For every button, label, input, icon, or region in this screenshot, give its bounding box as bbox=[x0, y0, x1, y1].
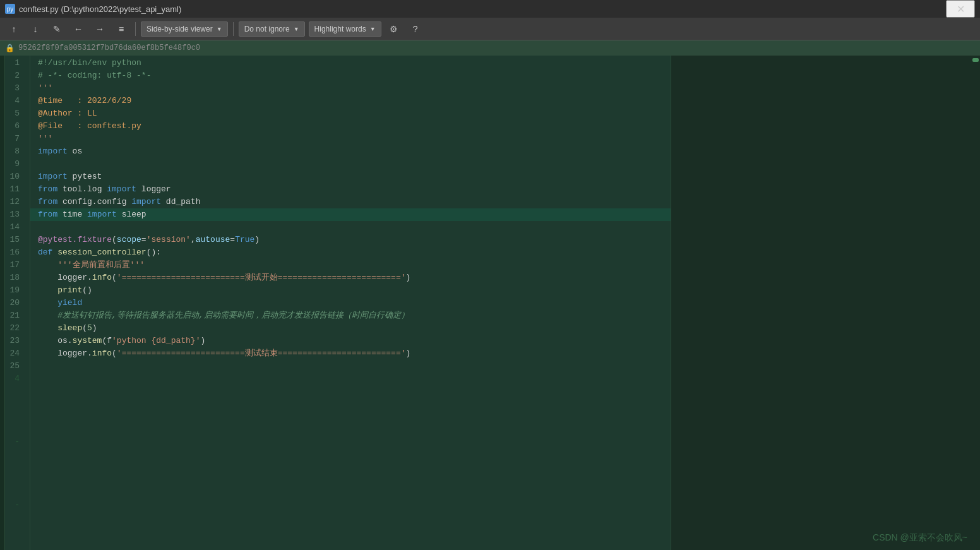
line-number-empty bbox=[5, 423, 25, 436]
code-line: #发送钉钉报告,等待报告服务器先启动,启动需要时间，启动完才发送报告链接（时间自… bbox=[30, 309, 671, 322]
edit-button[interactable]: ✎ bbox=[48, 20, 66, 38]
code-line: os.system(f'python {dd_path}') bbox=[30, 335, 671, 347]
line-number: 23 bbox=[5, 335, 25, 347]
highlight-dropdown[interactable]: Highlight words ▼ bbox=[309, 21, 381, 37]
line-number: 19 bbox=[5, 284, 25, 297]
code-scroll[interactable]: #!/usr/bin/env python# -*- coding: utf-8… bbox=[30, 57, 671, 549]
line-number: 5 bbox=[5, 107, 25, 120]
line-number-empty bbox=[5, 524, 25, 537]
settings-button[interactable]: ⚙ bbox=[385, 20, 403, 38]
line-number-empty bbox=[5, 385, 25, 398]
line-number: 11 bbox=[5, 183, 25, 196]
lock-icon: 🔒 bbox=[5, 44, 15, 53]
line-number-empty bbox=[5, 537, 25, 549]
line-number-empty: - bbox=[5, 436, 25, 448]
code-line-empty bbox=[30, 398, 671, 410]
title-bar: py conftest.py (D:\python2022\pytest_api… bbox=[0, 0, 980, 18]
ignore-dropdown[interactable]: Do not ignore ▼ bbox=[239, 21, 305, 37]
line-number-empty bbox=[5, 474, 25, 486]
toolbar: ↑ ↓ ✎ ← → ≡ Side-by-side viewer ▼ Do not… bbox=[0, 18, 980, 40]
line-number: 3 bbox=[5, 82, 25, 95]
line-number: 4 bbox=[5, 95, 25, 107]
code-line-empty bbox=[30, 436, 671, 448]
code-line: sleep(5) bbox=[30, 322, 671, 335]
code-line: logger.info('=========================测试… bbox=[30, 272, 671, 284]
code-line: # -*- coding: utf-8 -*- bbox=[30, 69, 671, 82]
help-button[interactable]: ? bbox=[407, 20, 424, 38]
code-line: ''' bbox=[30, 82, 671, 95]
line-number-empty bbox=[5, 486, 25, 499]
code-line: @time : 2022/6/29 bbox=[30, 95, 671, 107]
ignore-label: Do not ignore bbox=[244, 25, 290, 33]
code-line-empty bbox=[30, 461, 671, 474]
line-number: 18 bbox=[5, 272, 25, 284]
close-button[interactable]: ✕ bbox=[946, 0, 975, 18]
code-line-empty bbox=[30, 474, 671, 486]
line-number: 6 bbox=[5, 120, 25, 133]
code-line: import os bbox=[30, 145, 671, 158]
code-line: from config.config import dd_path bbox=[30, 196, 671, 208]
back-button[interactable]: ← bbox=[69, 20, 87, 38]
code-line: from tool.log import logger bbox=[30, 183, 671, 196]
app-icon: py bbox=[5, 4, 15, 14]
menu-button[interactable]: ≡ bbox=[112, 20, 130, 38]
line-number-empty bbox=[5, 461, 25, 474]
code-line-empty bbox=[30, 448, 671, 461]
code-line: ''' bbox=[30, 133, 671, 145]
line-number-empty bbox=[5, 398, 25, 410]
code-line bbox=[30, 221, 671, 234]
viewer-label: Side-by-side viewer bbox=[146, 25, 213, 33]
viewer-chevron-icon: ▼ bbox=[217, 26, 222, 32]
up-arrow-button[interactable]: ↑ bbox=[5, 20, 23, 38]
code-line: #!/usr/bin/env python bbox=[30, 57, 671, 69]
code-line: logger.info('=========================测试… bbox=[30, 347, 671, 360]
code-line: '''全局前置和后置''' bbox=[30, 259, 671, 272]
code-line: @Author : LL bbox=[30, 107, 671, 120]
ignore-chevron-icon: ▼ bbox=[294, 26, 299, 32]
code-line-empty bbox=[30, 499, 671, 511]
code-line-empty bbox=[30, 373, 671, 385]
line-number: 17 bbox=[5, 259, 25, 272]
line-number: 7 bbox=[5, 133, 25, 145]
line-number: 1 bbox=[5, 57, 25, 69]
viewer-dropdown[interactable]: Side-by-side viewer ▼ bbox=[141, 21, 228, 37]
line-number: 16 bbox=[5, 246, 25, 259]
code-line-empty bbox=[30, 486, 671, 499]
window-title: conftest.py (D:\python2022\pytest_api_ya… bbox=[19, 4, 181, 14]
line-number: 24 bbox=[5, 347, 25, 360]
right-panel bbox=[671, 56, 971, 550]
line-number-gutter: 1234567891011121314151617181920212223242… bbox=[5, 56, 30, 550]
code-line: import pytest bbox=[30, 170, 671, 183]
code-area[interactable]: #!/usr/bin/env python# -*- coding: utf-8… bbox=[30, 56, 671, 550]
line-number: 10 bbox=[5, 170, 25, 183]
line-number: 2 bbox=[5, 69, 25, 82]
title-bar-left: py conftest.py (D:\python2022\pytest_api… bbox=[5, 4, 181, 14]
code-line: print() bbox=[30, 284, 671, 297]
code-line-empty bbox=[30, 385, 671, 398]
down-arrow-button[interactable]: ↓ bbox=[27, 20, 44, 38]
line-number: 21 bbox=[5, 309, 25, 322]
line-number: 15 bbox=[5, 234, 25, 246]
code-line: yield bbox=[30, 297, 671, 309]
code-line bbox=[30, 360, 671, 373]
code-line bbox=[30, 158, 671, 170]
code-line: @File : conftest.py bbox=[30, 120, 671, 133]
line-number: 13 bbox=[5, 208, 25, 221]
watermark: CSDN @亚索不会吹风~ bbox=[873, 532, 967, 544]
scrollbar[interactable] bbox=[971, 56, 980, 550]
hash-bar: 🔒 95262f8f0fa005312f7bd76da60ef8b5fe48f0… bbox=[0, 40, 980, 56]
code-line-empty bbox=[30, 524, 671, 537]
line-number: 9 bbox=[5, 158, 25, 170]
code-line: def session_controller(): bbox=[30, 246, 671, 259]
code-line: @pytest.fixture(scope='session',autouse=… bbox=[30, 234, 671, 246]
line-number: 20 bbox=[5, 297, 25, 309]
left-thin-bar bbox=[0, 56, 5, 550]
line-number-empty bbox=[5, 410, 25, 423]
line-number-empty: 4 bbox=[5, 373, 25, 385]
forward-button[interactable]: → bbox=[91, 20, 109, 38]
code-line-empty bbox=[30, 423, 671, 436]
main-area: 1234567891011121314151617181920212223242… bbox=[0, 56, 980, 550]
line-number-empty bbox=[5, 511, 25, 524]
code-line-empty bbox=[30, 410, 671, 423]
hash-value: 95262f8f0fa005312f7bd76da60ef8b5fe48f0c0 bbox=[18, 44, 200, 52]
